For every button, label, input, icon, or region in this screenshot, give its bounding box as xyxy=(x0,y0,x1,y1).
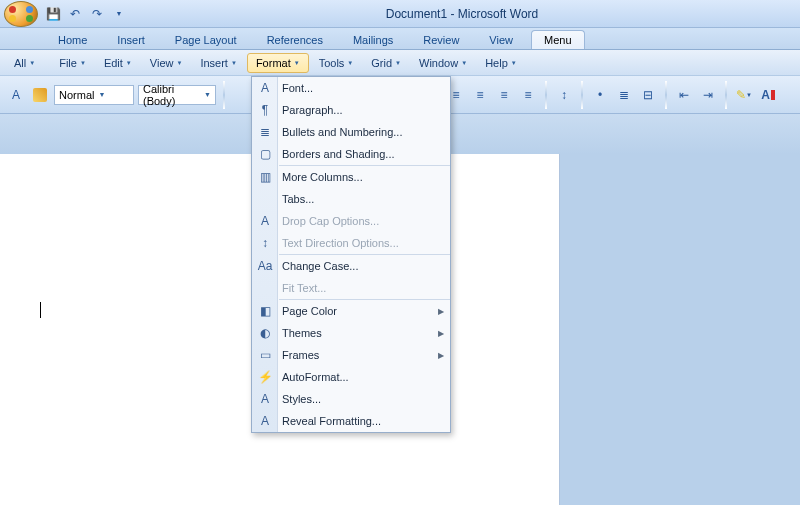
menu-item-text-direction-options: ↕Text Direction Options... xyxy=(252,232,450,254)
highlight-icon[interactable]: ✎▼ xyxy=(734,85,754,105)
menu-item-themes[interactable]: ◐Themes▶ xyxy=(252,322,450,344)
redo-icon[interactable]: ↷ xyxy=(88,5,106,23)
blank-icon xyxy=(257,191,273,207)
menu-format[interactable]: Format▼ xyxy=(247,53,309,73)
menu-item-label: Paragraph... xyxy=(282,104,343,116)
font-icon: A xyxy=(257,80,273,96)
tab-review[interactable]: Review xyxy=(411,31,471,49)
menu-item-styles[interactable]: AStyles... xyxy=(252,388,450,410)
chevron-down-icon: ▼ xyxy=(204,91,211,98)
menu-item-autoformat[interactable]: ⚡AutoFormat... xyxy=(252,366,450,388)
menu-item-more-columns[interactable]: ▥More Columns... xyxy=(252,166,450,188)
autoformat-icon: ⚡ xyxy=(257,369,273,385)
menu-item-label: Tabs... xyxy=(282,193,314,205)
align-right-icon[interactable]: ≡ xyxy=(494,85,514,105)
menu-item-label: More Columns... xyxy=(282,171,363,183)
styles-icon: A xyxy=(257,391,273,407)
justify-icon[interactable]: ≡ xyxy=(518,85,538,105)
menu-item-label: Reveal Formatting... xyxy=(282,415,381,427)
menu-edit[interactable]: Edit▼ xyxy=(96,54,140,72)
font-color-icon[interactable]: A xyxy=(758,85,778,105)
menu-item-bullets-and-numbering[interactable]: ≣Bullets and Numbering... xyxy=(252,121,450,143)
menu-item-label: Themes xyxy=(282,327,322,339)
menu-item-borders-and-shading[interactable]: ▢Borders and Shading... xyxy=(252,143,450,165)
menu-item-label: Borders and Shading... xyxy=(282,148,395,160)
menu-view[interactable]: View▼ xyxy=(142,54,191,72)
bullets-icon[interactable]: • xyxy=(590,85,610,105)
style-combo[interactable]: Normal ▼ xyxy=(54,85,134,105)
menu-tools[interactable]: Tools▼ xyxy=(311,54,362,72)
increase-indent-icon[interactable]: ⇥ xyxy=(698,85,718,105)
style-dropdown-icon[interactable]: A xyxy=(6,85,26,105)
menu-all[interactable]: All▼ xyxy=(6,54,43,72)
menu-item-reveal-formatting[interactable]: AReveal Formatting... xyxy=(252,410,450,432)
format-painter-icon[interactable] xyxy=(30,85,50,105)
toolbar-separator xyxy=(545,81,547,109)
themes-icon: ◐ xyxy=(257,325,273,341)
title-bar: 💾 ↶ ↷ ▼ Document1 - Microsoft Word xyxy=(0,0,800,28)
numbering-icon[interactable]: ≣ xyxy=(614,85,634,105)
menu-help[interactable]: Help▼ xyxy=(477,54,525,72)
line-spacing-icon[interactable]: ↕ xyxy=(554,85,574,105)
textdir-icon: ↕ xyxy=(257,235,273,251)
toolbar-separator xyxy=(223,81,225,109)
toolbar-separator xyxy=(725,81,727,109)
window-title: Document1 - Microsoft Word xyxy=(128,7,796,21)
submenu-arrow-icon: ▶ xyxy=(438,329,444,338)
style-combo-value: Normal xyxy=(59,89,94,101)
menu-item-drop-cap-options: ADrop Cap Options... xyxy=(252,210,450,232)
chevron-down-icon: ▼ xyxy=(98,91,105,98)
case-icon: Aa xyxy=(257,258,273,274)
bullets-icon: ≣ xyxy=(257,124,273,140)
tab-menu[interactable]: Menu xyxy=(531,30,585,49)
font-combo[interactable]: Calibri (Body) ▼ xyxy=(138,85,216,105)
quick-access-toolbar: 💾 ↶ ↷ ▼ xyxy=(44,5,128,23)
classic-menu-bar: All▼ File▼ Edit▼ View▼ Insert▼ Format▼ T… xyxy=(0,50,800,76)
tab-page-layout[interactable]: Page Layout xyxy=(163,31,249,49)
color-icon: ◧ xyxy=(257,303,273,319)
text-cursor xyxy=(40,302,41,318)
undo-icon[interactable]: ↶ xyxy=(66,5,84,23)
paragraph-icon: ¶ xyxy=(257,102,273,118)
multilevel-list-icon[interactable]: ⊟ xyxy=(638,85,658,105)
submenu-arrow-icon: ▶ xyxy=(438,351,444,360)
office-button[interactable] xyxy=(4,1,38,27)
menu-item-fit-text: Fit Text... xyxy=(252,277,450,299)
frames-icon: ▭ xyxy=(257,347,273,363)
toolbar-separator xyxy=(665,81,667,109)
menu-file[interactable]: File▼ xyxy=(51,54,94,72)
toolbar-separator xyxy=(581,81,583,109)
menu-item-paragraph[interactable]: ¶Paragraph... xyxy=(252,99,450,121)
menu-item-font[interactable]: AFont... xyxy=(252,77,450,99)
align-center-icon[interactable]: ≡ xyxy=(470,85,490,105)
tab-view[interactable]: View xyxy=(477,31,525,49)
decrease-indent-icon[interactable]: ⇤ xyxy=(674,85,694,105)
reveal-icon: A xyxy=(257,413,273,429)
ribbon-tab-strip: Home Insert Page Layout References Maili… xyxy=(0,28,800,50)
menu-item-label: Change Case... xyxy=(282,260,358,272)
menu-insert[interactable]: Insert▼ xyxy=(192,54,244,72)
menu-item-tabs[interactable]: Tabs... xyxy=(252,188,450,210)
save-icon[interactable]: 💾 xyxy=(44,5,62,23)
menu-item-frames[interactable]: ▭Frames▶ xyxy=(252,344,450,366)
submenu-arrow-icon: ▶ xyxy=(438,307,444,316)
menu-item-label: Styles... xyxy=(282,393,321,405)
menu-item-change-case[interactable]: AaChange Case... xyxy=(252,255,450,277)
tab-insert[interactable]: Insert xyxy=(105,31,157,49)
menu-grid[interactable]: Grid▼ xyxy=(363,54,409,72)
menu-item-label: AutoFormat... xyxy=(282,371,349,383)
blank-icon xyxy=(257,280,273,296)
columns-icon: ▥ xyxy=(257,169,273,185)
tab-references[interactable]: References xyxy=(255,31,335,49)
menu-window[interactable]: Window▼ xyxy=(411,54,475,72)
tab-home[interactable]: Home xyxy=(46,31,99,49)
menu-item-page-color[interactable]: ◧Page Color▶ xyxy=(252,300,450,322)
qat-dropdown-icon[interactable]: ▼ xyxy=(110,5,128,23)
menu-item-label: Page Color xyxy=(282,305,337,317)
menu-item-label: Text Direction Options... xyxy=(282,237,399,249)
tab-mailings[interactable]: Mailings xyxy=(341,31,405,49)
menu-item-label: Font... xyxy=(282,82,313,94)
format-dropdown-menu: AFont...¶Paragraph...≣Bullets and Number… xyxy=(251,76,451,433)
menu-item-label: Bullets and Numbering... xyxy=(282,126,402,138)
menu-item-label: Drop Cap Options... xyxy=(282,215,379,227)
